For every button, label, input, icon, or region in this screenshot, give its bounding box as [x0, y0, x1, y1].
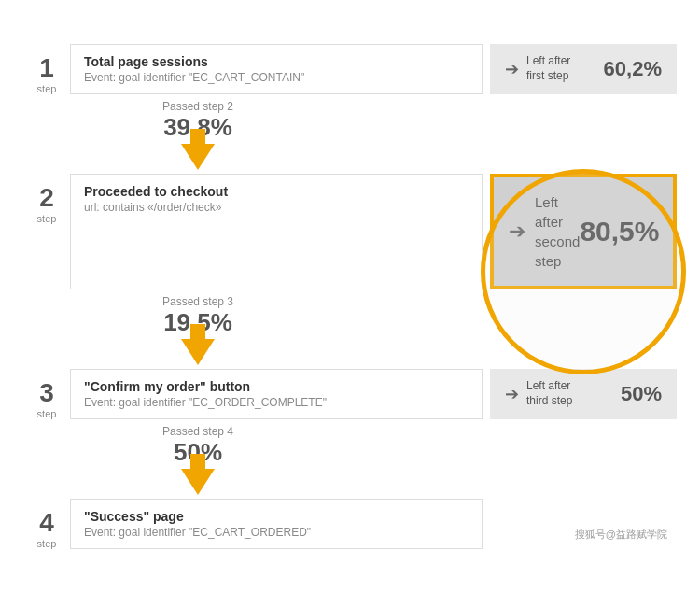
- step-2-num: 2: [39, 185, 54, 211]
- step-3-pct: 50%: [621, 382, 662, 406]
- step-3-wrapper: 3 step "Confirm my order" button Event: …: [23, 369, 677, 499]
- between-1-2-inner: Passed step 2 39,8%: [70, 94, 313, 174]
- arrow-down-2: [181, 339, 215, 365]
- step-2-box: Proceeded to checkout url: contains «/or…: [70, 174, 483, 289]
- passed-3-4-label: Passed step 4: [162, 425, 233, 438]
- step-1-pct: 60,2%: [604, 57, 662, 81]
- step-2-wrapper: 2 step Proceeded to checkout url: contai…: [23, 174, 677, 369]
- step-3-arrow-icon: ➔: [505, 384, 519, 404]
- step-4-num: 4: [39, 510, 54, 536]
- step-2-subtitle: url: contains «/order/check»: [84, 201, 469, 214]
- step-3-subtitle: Event: goal identifier "EC_ORDER_COMPLET…: [84, 396, 469, 409]
- step-1-arrow-icon: ➔: [505, 59, 519, 79]
- step-4-number: 4 step: [23, 499, 70, 549]
- step-3-num: 3: [39, 380, 54, 406]
- between-3-4-inner: Passed step 4 50%: [70, 419, 313, 499]
- arrow-down-1: [181, 144, 215, 170]
- step-3-right-content: ➔ Left afterthird step 50%: [505, 379, 662, 408]
- step-2-right-panel: ➔ Left aftersecondstep 80,5%: [490, 174, 677, 289]
- step-2-right-content: ➔ Left aftersecondstep 80,5%: [509, 192, 658, 271]
- step-1-row: 1 step Total page sessions Event: goal i…: [23, 44, 677, 94]
- step-4-subtitle: Event: goal identifier "EC_CART_ORDERED": [84, 526, 469, 539]
- step-2-left-text: Left aftersecondstep: [535, 192, 580, 271]
- step-1-subtitle: Event: goal identifier "EC_CART_CONTAIN": [84, 71, 469, 84]
- between-2-3-inner: Passed step 3 19,5%: [70, 289, 313, 369]
- step-3-row: 3 step "Confirm my order" button Event: …: [23, 369, 677, 419]
- step-1-right-content: ➔ Left afterfirst step 60,2%: [505, 54, 662, 83]
- funnel-container: 1 step Total page sessions Event: goal i…: [23, 44, 677, 549]
- between-3-4: Passed step 4 50%: [23, 419, 677, 499]
- step-3-box: "Confirm my order" button Event: goal id…: [70, 369, 483, 419]
- step-4-label: step: [37, 538, 57, 549]
- step-1-left-text: Left afterfirst step: [526, 54, 604, 83]
- passed-2-3-label: Passed step 3: [162, 295, 233, 308]
- step-2-pct: 80,5%: [580, 216, 659, 247]
- step-3-number: 3 step: [23, 369, 70, 419]
- step-3-label: step: [37, 408, 57, 419]
- arrow-down-3: [181, 469, 215, 495]
- step-1-number: 1 step: [23, 44, 70, 94]
- step-4-title: "Success" page: [84, 509, 469, 524]
- step-1-wrapper: 1 step Total page sessions Event: goal i…: [23, 44, 677, 174]
- step-2-row: 2 step Proceeded to checkout url: contai…: [23, 174, 677, 289]
- step-3-title: "Confirm my order" button: [84, 379, 469, 394]
- step-3-left-text: Left afterthird step: [526, 379, 621, 408]
- step-2-label: step: [37, 213, 57, 224]
- step-1-label: step: [37, 83, 57, 94]
- between-1-2: Passed step 2 39,8%: [23, 94, 677, 174]
- step-1-box: Total page sessions Event: goal identifi…: [70, 44, 483, 94]
- step-2-number: 2 step: [23, 174, 70, 289]
- step-1-num: 1: [39, 55, 54, 81]
- step-3-right-panel: ➔ Left afterthird step 50%: [490, 369, 677, 419]
- step-2-title: Proceeded to checkout: [84, 184, 469, 199]
- step-2-arrow-icon: ➔: [509, 219, 525, 244]
- passed-1-2-label: Passed step 2: [162, 100, 233, 113]
- step-4-box: "Success" page Event: goal identifier "E…: [70, 499, 483, 549]
- step-1-title: Total page sessions: [84, 54, 469, 69]
- between-2-3: Passed step 3 19,5%: [23, 289, 677, 369]
- watermark: 搜狐号@益路赋学院: [575, 528, 667, 542]
- step-1-right-panel: ➔ Left afterfirst step 60,2%: [490, 44, 677, 94]
